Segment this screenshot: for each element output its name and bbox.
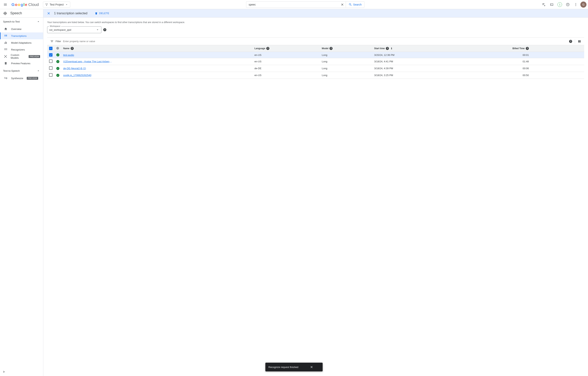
main: 1 transcription selected DELETE Your tra… [43,9,588,376]
project-icon [45,3,48,6]
svg-rect-25 [7,49,7,50]
col-help[interactable]: ? [266,47,269,50]
col-help[interactable]: ? [386,47,389,50]
sort-desc-icon[interactable] [390,47,393,50]
more-button[interactable] [572,1,579,8]
delete-label: DELETE [99,12,109,15]
sidebar-item-preview-features[interactable]: Preview Features [0,60,43,67]
search-input[interactable] [246,1,339,8]
status-column-icon [56,47,59,50]
transcription-link[interactable]: ssstik.io_1706625262540 [63,74,91,77]
filter-icon [50,40,54,43]
divider [575,39,575,44]
svg-rect-9 [6,12,6,14]
workspace-select: Workspace sst_workspace_ppd ? [47,26,106,33]
sidebar: Speech Speech-to-Text Overview Transcrip… [0,9,43,376]
cell-start: 3/18/24, 4:41 PM [372,58,458,65]
col-help[interactable]: ? [526,47,529,50]
svg-rect-13 [4,36,5,36]
col-start: Start time [374,47,385,50]
sidebar-group-text-to-speech[interactable]: Text-to-Speech [0,67,43,75]
close-icon [310,365,313,369]
svg-rect-20 [4,48,5,49]
table-row: de-DE-Neural2-B (2)de-DELong3/18/24, 4:3… [47,65,584,72]
delete-button[interactable]: DELETE [95,12,109,15]
transcription-link[interactable]: test-audio [63,53,74,56]
cloud-shell-button[interactable] [548,1,555,8]
toast-close-button[interactable] [310,365,313,369]
selection-close-button[interactable] [47,11,51,15]
workspace-dropdown[interactable]: sst_workspace_ppd [47,26,101,33]
sidebar-item-synthesize[interactable]: Synthesize PREVIEW [0,75,43,82]
sidebar-collapse-button[interactable] [1,369,7,375]
col-language: Language [254,47,265,50]
svg-rect-34 [6,78,6,79]
svg-rect-23 [4,49,5,50]
selection-bar: 1 transcription selected DELETE [43,9,588,18]
svg-rect-36 [7,78,7,79]
svg-rect-33 [4,78,5,79]
toast-message: Recognize request finished [268,366,298,369]
cell-model: Long [320,58,372,65]
status-ok-icon [56,74,59,77]
sidebar-item-overview[interactable]: Overview [0,26,43,32]
sidebar-item-label: Model Adaptations [11,41,32,44]
collapse-icon [2,370,6,374]
svg-rect-32 [4,78,5,78]
notifications-button[interactable]: 1 [556,1,563,8]
help-button[interactable] [564,1,571,8]
sidebar-item-label: Synthesize [11,77,23,80]
sidebar-group-label: Speech-to-Text [3,20,20,23]
adaptations-icon [4,41,8,45]
sidebar-item-label: Recognizers [11,48,25,51]
logo-cloud-text: Cloud [28,2,39,7]
search-button[interactable]: Search [346,1,364,8]
cell-language: en-US [252,52,320,58]
project-selector[interactable]: Test Project [43,1,70,8]
avatar[interactable]: G [580,1,587,8]
cell-language: de-DE [252,65,320,72]
select-all-checkbox[interactable] [49,47,53,50]
workspace-help-button[interactable]: ? [103,28,106,31]
logo[interactable]: Google Cloud [11,2,39,7]
filter-help-button[interactable]: ? [569,40,572,43]
transcription-link[interactable]: de-DE-Neural2-B (2) [63,67,86,70]
cell-language: en-US [252,72,320,79]
menu-icon [3,3,7,7]
svg-rect-7 [4,12,5,14]
table-wrap: Filter ? Name? Language? [47,37,584,79]
sidebar-item-transcriptions[interactable]: Transcriptions [0,32,43,39]
svg-rect-17 [5,42,5,44]
svg-rect-10 [6,13,7,14]
filter-input[interactable] [63,40,567,43]
svg-rect-8 [5,11,5,15]
row-checkbox[interactable] [49,73,53,77]
status-ok-icon [56,53,59,56]
svg-rect-11 [4,35,5,35]
svg-rect-31 [4,77,5,78]
col-help[interactable]: ? [329,47,333,50]
cell-billed: 01:48 [458,58,531,65]
transcription-link[interactable]: X2Download.app - Avatar The Last Airbend… [63,60,113,63]
search-clear-button[interactable] [339,1,346,8]
chevron-down-icon [65,3,68,6]
col-help[interactable]: ? [71,47,74,50]
hamburger-menu-button[interactable] [1,1,9,8]
table-row: X2Download.app - Avatar The Last Airbend… [47,58,584,65]
close-icon [47,11,51,15]
trash-icon [95,12,98,15]
columns-icon[interactable] [578,40,581,43]
workspace-label: Workspace [49,25,61,27]
row-checkbox[interactable] [49,66,53,70]
sidebar-item-recognizers[interactable]: Recognizers [0,46,43,53]
svg-point-2 [46,5,47,6]
sidebar-item-model-adaptations[interactable]: Model Adaptations [0,39,43,46]
row-checkbox[interactable] [49,60,53,63]
sidebar-item-custom-models[interactable]: Custom Models PREVIEW [0,53,43,60]
table-row: ssstik.io_1706625262540en-USLong3/18/24,… [47,72,584,79]
search-button-label: Search [353,3,362,6]
svg-point-4 [575,4,576,5]
row-checkbox[interactable] [49,53,53,57]
gemini-button[interactable] [540,1,547,8]
sidebar-group-speech-to-text[interactable]: Speech-to-Text [0,18,43,26]
